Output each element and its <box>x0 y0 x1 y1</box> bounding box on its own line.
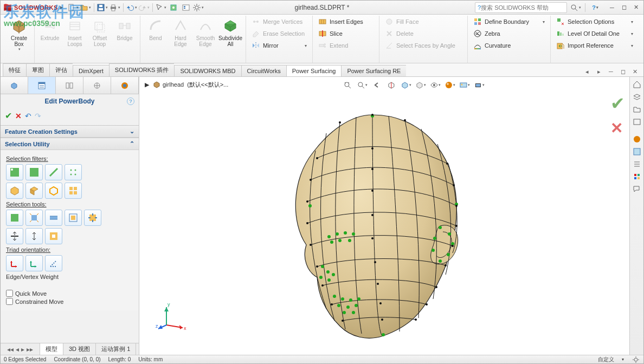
help-search-input[interactable] <box>481 4 557 11</box>
zoom-area-button[interactable]: ▾ <box>356 79 369 91</box>
view-orientation-button[interactable]: ▾ <box>400 79 413 91</box>
rr-appearance-icon[interactable] <box>632 134 642 145</box>
lp-tab-config[interactable] <box>56 77 83 94</box>
open-doc-button[interactable]: ▾ <box>80 2 92 14</box>
tab-dimxpert[interactable]: DimXpert <box>73 65 109 76</box>
lp-tab-dimxpert[interactable] <box>83 77 111 94</box>
view-tab-model[interactable]: 模型 <box>40 343 63 355</box>
zoom-fit-button[interactable] <box>341 79 354 91</box>
section-selection-utility[interactable]: Selection Utility⌃ <box>1 138 139 150</box>
tab-sketch[interactable]: 草图 <box>26 63 49 76</box>
rr-view-icon[interactable] <box>632 116 642 127</box>
triad-local-button[interactable] <box>25 255 43 271</box>
mirror-button[interactable]: Mirror▾ <box>249 40 309 51</box>
tab-sw-mbd[interactable]: SOLIDWORKS MBD <box>174 65 241 76</box>
insert-edges-button[interactable]: Insert Edges <box>316 16 376 28</box>
breadcrumb-part[interactable]: girlhead <box>152 80 184 89</box>
import-reference-button[interactable]: Import Reference▾ <box>554 40 635 51</box>
seltool-path-button[interactable] <box>65 210 82 226</box>
lp-tab-property-manager[interactable] <box>28 77 56 94</box>
filter-line-button[interactable] <box>45 164 62 180</box>
tab-features[interactable]: 特征 <box>3 63 26 76</box>
seltool-grow-button[interactable] <box>25 210 43 226</box>
pm-redo-button[interactable]: ↷ <box>35 112 41 120</box>
breadcrumb-arrow-icon[interactable]: ▶ <box>145 81 149 88</box>
hide-show-button[interactable]: ▾ <box>429 79 442 91</box>
tab-power-surfacing[interactable]: Power Surfacing <box>286 65 342 76</box>
filter-edge-button[interactable] <box>25 164 43 180</box>
filter-grid-button[interactable] <box>65 183 82 199</box>
appearance-button[interactable]: ▾ <box>443 79 456 91</box>
status-custom[interactable]: 自定义 <box>598 356 614 363</box>
zebra-button[interactable]: Zebra <box>471 28 547 40</box>
rr-layers-icon[interactable] <box>632 92 642 102</box>
lp-tab-feature-tree[interactable] <box>1 77 28 94</box>
tab-next-button[interactable]: ▸ <box>594 67 604 76</box>
filter-vertex-button[interactable] <box>6 164 23 180</box>
app-menu-caret[interactable]: ▶ <box>60 5 63 10</box>
rr-list-icon[interactable] <box>632 159 642 170</box>
undo-button[interactable]: ▾ <box>126 2 138 14</box>
options-button[interactable] <box>180 2 192 14</box>
curvature-button[interactable]: Curvature <box>471 40 547 51</box>
tab-evaluate[interactable]: 评估 <box>49 63 73 76</box>
filter-point-button[interactable] <box>65 164 82 180</box>
help-button[interactable]: ?▾ <box>589 2 601 14</box>
display-style-button[interactable]: ▾ <box>414 79 427 91</box>
tab-circuitworks[interactable]: CircuitWorks <box>241 65 286 76</box>
filter-face-button[interactable] <box>6 183 23 199</box>
window-restore-button[interactable]: ◻ <box>619 3 629 12</box>
search-scope-button[interactable]: ▾ <box>569 2 581 14</box>
pm-undo-button[interactable]: ↶ <box>25 112 31 120</box>
selection-options-button[interactable]: Selection Options▾ <box>554 16 635 28</box>
triad-screen-button[interactable] <box>45 255 62 271</box>
seltool-shrink-v-button[interactable] <box>6 228 23 244</box>
confirm-ok-button[interactable]: ✔ <box>610 93 625 114</box>
viewport[interactable]: ▶ girlhead (默认<<默认>... ▾ ▾ ▾ ▾ ▾ ▾ ▾ ✔ ✕ <box>139 77 629 355</box>
view-tab-3dview[interactable]: 3D 视图 <box>63 343 96 355</box>
define-boundary-button[interactable]: Define Boundary▾ <box>471 16 547 28</box>
seltool-ring-button[interactable] <box>45 210 62 226</box>
viewport-close-button[interactable]: ✕ <box>629 67 640 76</box>
seltool-box-button[interactable] <box>6 210 23 226</box>
viewport-minimize-button[interactable]: ─ <box>606 67 616 76</box>
help-search-box[interactable]: ? <box>475 2 567 13</box>
seltool-expand-button[interactable] <box>84 210 101 226</box>
status-gear-icon[interactable] <box>632 355 640 364</box>
rr-decal-icon[interactable] <box>632 146 642 157</box>
save-button[interactable]: ▾ <box>96 2 108 14</box>
seltool-shrink-h-button[interactable] <box>25 228 43 244</box>
prev-view-button[interactable] <box>370 79 383 91</box>
print-button[interactable]: ▾ <box>109 2 121 14</box>
create-box-button[interactable]: CreateBox▾ <box>7 16 31 53</box>
pm-ok-button[interactable]: ✔ <box>5 110 12 121</box>
viewport-restore-button[interactable]: ◻ <box>617 67 628 76</box>
rr-forum-icon[interactable] <box>632 184 642 194</box>
rr-home-icon[interactable] <box>632 79 642 90</box>
section-feature-creation[interactable]: Feature Creation Settings⌄ <box>1 126 139 138</box>
settings-gear-button[interactable]: ▾ <box>192 2 204 14</box>
filter-loop-button[interactable] <box>45 183 62 199</box>
tab-power-surfacing-re[interactable]: Power Surfacing RE <box>341 65 406 76</box>
rr-folder-icon[interactable] <box>632 104 642 115</box>
select-button[interactable]: ▾ <box>155 2 167 14</box>
constrained-move-checkbox[interactable]: Constrained Move <box>6 298 133 305</box>
render-button[interactable]: ▾ <box>473 79 486 91</box>
property-manager-help-button[interactable]: ? <box>127 98 134 105</box>
rebuild-button[interactable] <box>168 2 179 14</box>
level-of-detail-button[interactable]: Level Of Detail One▾ <box>554 28 635 40</box>
lp-tab-display[interactable] <box>111 77 139 94</box>
rr-custom-icon[interactable] <box>632 171 642 182</box>
filter-body-button[interactable] <box>25 183 43 199</box>
scene-button[interactable]: ▾ <box>458 79 471 91</box>
pm-cancel-button[interactable]: ✕ <box>15 112 22 120</box>
tab-prev-button[interactable]: ◂ <box>582 67 593 76</box>
tab-sw-addins[interactable]: SOLIDWORKS 插件 <box>109 63 175 76</box>
window-close-button[interactable]: ✕ <box>630 3 641 12</box>
view-tab-nav[interactable]: ◂◂◂▸▸▸ <box>1 343 40 355</box>
slice-button[interactable]: Slice <box>316 28 376 40</box>
triad-world-button[interactable] <box>6 255 23 271</box>
seltool-invert-button[interactable] <box>45 228 62 244</box>
subdivide-all-button[interactable]: SubdivideAll <box>218 16 242 48</box>
section-view-button[interactable] <box>385 79 398 91</box>
